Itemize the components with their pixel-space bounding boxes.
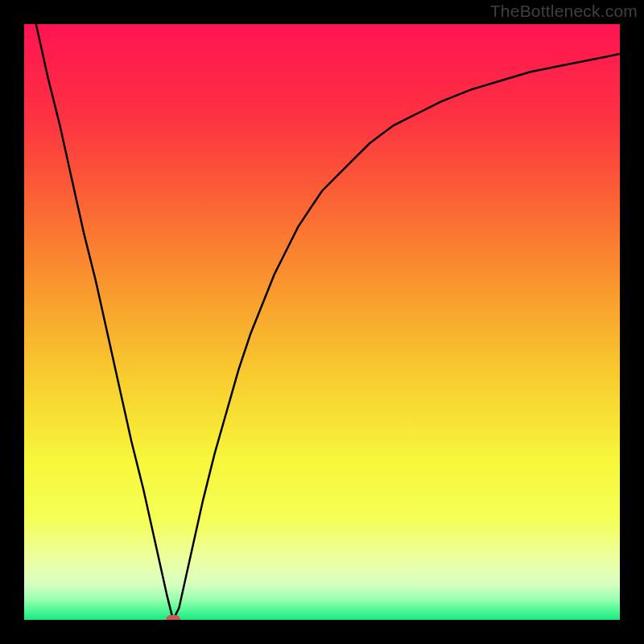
curve-path [36,24,620,620]
curve-layer [24,24,620,620]
minimum-marker [166,615,180,620]
attribution-text: TheBottleneck.com [490,2,638,21]
chart-frame: TheBottleneck.com [0,0,644,644]
plot-area [24,24,620,620]
